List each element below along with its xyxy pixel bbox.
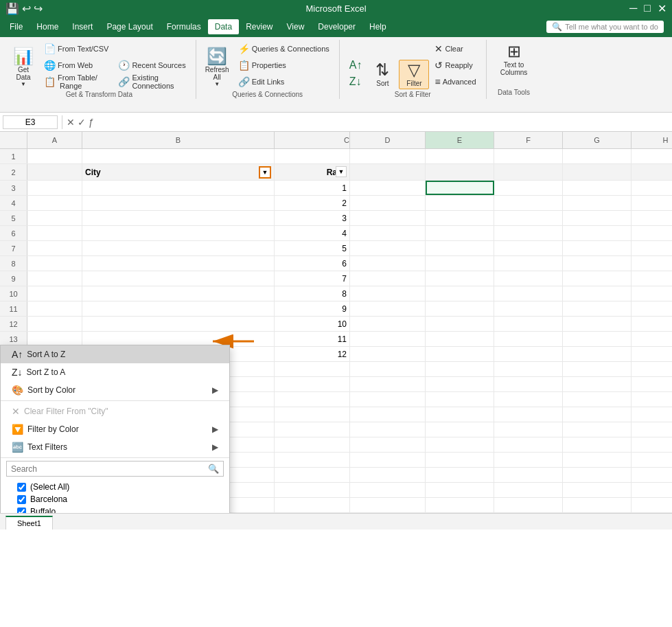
cell-g1[interactable]: [563, 149, 632, 163]
cell-d2[interactable]: [350, 164, 426, 180]
cell-d5[interactable]: [350, 211, 426, 225]
cancel-formula-icon[interactable]: ✕: [67, 117, 75, 128]
cell-f10[interactable]: [494, 286, 563, 301]
cell-h6[interactable]: [632, 226, 672, 240]
cell-a1[interactable]: [27, 149, 82, 163]
cell-h14[interactable]: [632, 347, 672, 361]
maximize-icon[interactable]: □: [644, 2, 651, 15]
cell-e3[interactable]: [426, 181, 494, 195]
save-icon[interactable]: 💾: [5, 2, 19, 15]
filter-button[interactable]: ▽ Filter: [399, 60, 429, 89]
cell-a2[interactable]: [27, 164, 82, 180]
cell-h10[interactable]: [632, 286, 672, 301]
cell-c8[interactable]: 6: [275, 256, 350, 271]
col-header-a[interactable]: A: [27, 132, 82, 148]
col-header-b[interactable]: B: [82, 132, 275, 148]
cell-a13[interactable]: [27, 332, 82, 346]
checkbox-select-all[interactable]: [17, 483, 26, 492]
edit-links-button[interactable]: 🔗 Edit Links: [234, 74, 334, 89]
col-header-h[interactable]: H: [632, 132, 672, 148]
cell-e8[interactable]: [426, 256, 494, 271]
from-web-button[interactable]: 🌐 From Web: [40, 58, 113, 73]
cell-a4[interactable]: [27, 196, 82, 210]
cell-c13[interactable]: 11: [275, 332, 350, 346]
col-header-f[interactable]: F: [494, 132, 563, 148]
cell-d8[interactable]: [350, 256, 426, 271]
cell-g13[interactable]: [563, 332, 632, 346]
cell-g11[interactable]: [563, 301, 632, 316]
cell-h4[interactable]: [632, 196, 672, 210]
from-table-range-button[interactable]: 📋 From Table/ Range: [40, 74, 113, 89]
cell-a7[interactable]: [27, 241, 82, 255]
cell-c2[interactable]: Rank ▼: [275, 164, 350, 180]
text-filters-menu-item[interactable]: 🔤 Text Filters ▶: [1, 438, 229, 456]
cell-g6[interactable]: [563, 226, 632, 240]
cell-d1[interactable]: [350, 149, 426, 163]
from-text-csv-button[interactable]: 📄 From Text/CSV: [40, 41, 113, 56]
cell-g3[interactable]: [563, 181, 632, 195]
cell-f2[interactable]: [494, 164, 563, 180]
cell-d11[interactable]: [350, 301, 426, 316]
cell-f12[interactable]: [494, 317, 563, 331]
cell-b13[interactable]: [82, 332, 275, 346]
clear-filter-menu-item[interactable]: ✕ Clear Filter From "City": [1, 402, 229, 420]
cell-a6[interactable]: [27, 226, 82, 240]
rank-filter-dropdown-button[interactable]: ▼: [336, 166, 347, 177]
cell-g7[interactable]: [563, 241, 632, 255]
cell-f14[interactable]: [494, 347, 563, 361]
cell-e10[interactable]: [426, 286, 494, 301]
cell-f3[interactable]: [494, 181, 563, 195]
confirm-formula-icon[interactable]: ✓: [78, 117, 86, 128]
sort-az-ribbon-button[interactable]: A↑: [345, 58, 367, 73]
cell-c7[interactable]: 5: [275, 241, 350, 255]
name-box[interactable]: [3, 115, 58, 129]
filter-item-buffalo[interactable]: Buffalo: [1, 505, 229, 513]
cell-b10[interactable]: [82, 286, 275, 301]
cell-b4[interactable]: [82, 196, 275, 210]
col-header-d[interactable]: D: [350, 132, 426, 148]
city-filter-dropdown-button[interactable]: ▼: [259, 166, 271, 179]
search-bar-text[interactable]: Tell me what you want to do: [565, 23, 658, 31]
cell-c14[interactable]: 12: [275, 347, 350, 361]
sheet-tab-1[interactable]: Sheet1: [5, 516, 53, 529]
cell-f9[interactable]: [494, 271, 563, 286]
filter-item-select-all[interactable]: (Select All): [1, 481, 229, 493]
clear-button[interactable]: ✕ Clear: [430, 41, 480, 56]
cell-c10[interactable]: 8: [275, 286, 350, 301]
cell-c4[interactable]: 2: [275, 196, 350, 210]
cell-a8[interactable]: [27, 256, 82, 271]
cell-b1[interactable]: [82, 149, 275, 163]
menu-pagelayout[interactable]: Page Layout: [100, 19, 159, 34]
select-all-corner[interactable]: [0, 132, 27, 148]
menu-home[interactable]: Home: [30, 19, 65, 34]
cell-a3[interactable]: [27, 181, 82, 195]
cell-b5[interactable]: [82, 211, 275, 225]
queries-connections-button[interactable]: ⚡ Queries & Connections: [234, 41, 334, 56]
text-to-columns-button[interactable]: ⊞ Text toColumns: [497, 41, 531, 78]
cell-g10[interactable]: [563, 286, 632, 301]
cell-e13[interactable]: [426, 332, 494, 346]
cell-d7[interactable]: [350, 241, 426, 255]
cell-h13[interactable]: [632, 332, 672, 346]
redo-icon[interactable]: ↪: [34, 2, 43, 15]
cell-e2[interactable]: [426, 164, 494, 180]
menu-data[interactable]: Data: [208, 19, 239, 34]
insert-function-icon[interactable]: ƒ: [89, 117, 94, 128]
cell-g2[interactable]: [563, 164, 632, 180]
cell-e12[interactable]: [426, 317, 494, 331]
sort-za-ribbon-button[interactable]: Z↓: [345, 74, 367, 89]
cell-a9[interactable]: [27, 271, 82, 286]
cell-c11[interactable]: 9: [275, 301, 350, 316]
cell-h7[interactable]: [632, 241, 672, 255]
refresh-all-button[interactable]: 🔄 RefreshAll ▼: [202, 46, 233, 89]
cell-g8[interactable]: [563, 256, 632, 271]
properties-button[interactable]: 📋 Properties: [234, 58, 334, 73]
formula-input[interactable]: [97, 117, 669, 127]
cell-c5[interactable]: 3: [275, 211, 350, 225]
cell-e1[interactable]: [426, 149, 494, 163]
menu-file[interactable]: File: [3, 19, 30, 34]
cell-g4[interactable]: [563, 196, 632, 210]
checkbox-buffalo[interactable]: [17, 508, 26, 514]
sort-button[interactable]: ⇅ Sort: [367, 60, 397, 89]
cell-f13[interactable]: [494, 332, 563, 346]
